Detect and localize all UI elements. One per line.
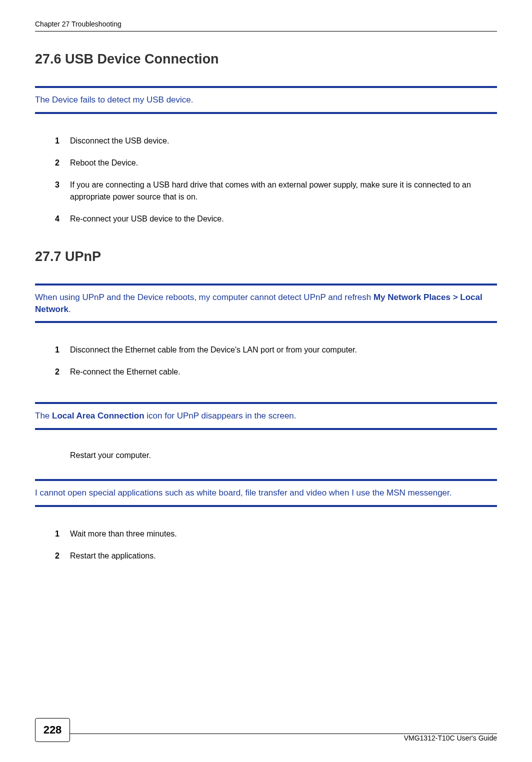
step-text: If you are connecting a USB hard drive t…	[70, 179, 497, 203]
step-item: 4 Re-connect your USB device to the Devi…	[55, 213, 497, 225]
guide-title: VMG1312-T10C User's Guide	[398, 734, 497, 742]
step-item: 1 Disconnect the USB device.	[55, 135, 497, 147]
issue-block-upnp-2: The Local Area Connection icon for UPnP …	[35, 402, 497, 430]
issue-text-usb: The Device fails to detect my USB device…	[35, 94, 497, 106]
issue-text-upnp-3: I cannot open special applications such …	[35, 487, 497, 499]
issue-block-upnp-3: I cannot open special applications such …	[35, 479, 497, 507]
step-number: 1	[55, 135, 70, 147]
step-text: Wait more than three minutes.	[70, 528, 497, 540]
issue-prefix: The	[35, 411, 52, 420]
step-text: Disconnect the Ethernet cable from the D…	[70, 344, 497, 356]
page-footer: 228 VMG1312-T10C User's Guide	[35, 718, 497, 742]
issue-text-upnp-1: When using UPnP and the Device reboots, …	[35, 292, 497, 316]
plain-answer-upnp-2: Restart your computer.	[70, 451, 497, 460]
step-item: 2 Re-connect the Ethernet cable.	[55, 366, 497, 378]
issue-prefix: When using UPnP and the Device reboots, …	[35, 292, 374, 302]
step-number: 2	[55, 157, 70, 169]
section-heading-usb: 27.6 USB Device Connection	[35, 52, 497, 67]
issue-block-upnp-1: When using UPnP and the Device reboots, …	[35, 284, 497, 324]
issue-text-upnp-2: The Local Area Connection icon for UPnP …	[35, 410, 497, 422]
section-heading-upnp: 27.7 UPnP	[35, 249, 497, 264]
step-text: Restart the applications.	[70, 550, 497, 562]
step-text: Re-connect the Ethernet cable.	[70, 366, 497, 378]
chapter-header: Chapter 27 Troubleshooting	[35, 20, 497, 32]
issue-block-usb: The Device fails to detect my USB device…	[35, 86, 497, 114]
step-text: Reboot the Device.	[70, 157, 497, 169]
step-list-usb: 1 Disconnect the USB device. 2 Reboot th…	[55, 135, 497, 225]
step-list-upnp-3: 1 Wait more than three minutes. 2 Restar…	[55, 528, 497, 562]
step-number: 2	[55, 550, 70, 562]
step-number: 2	[55, 366, 70, 378]
step-text: Re-connect your USB device to the Device…	[70, 213, 497, 225]
step-item: 3 If you are connecting a USB hard drive…	[55, 179, 497, 203]
issue-suffix: .	[68, 304, 71, 314]
step-number: 3	[55, 179, 70, 203]
step-number: 1	[55, 528, 70, 540]
issue-bold: Local Area Connection	[52, 411, 144, 420]
step-number: 4	[55, 213, 70, 225]
step-item: 2 Restart the applications.	[55, 550, 497, 562]
page-number: 228	[35, 718, 70, 742]
step-item: 1 Wait more than three minutes.	[55, 528, 497, 540]
step-text: Disconnect the USB device.	[70, 135, 497, 147]
step-item: 2 Reboot the Device.	[55, 157, 497, 169]
step-item: 1 Disconnect the Ethernet cable from the…	[55, 344, 497, 356]
step-list-upnp-1: 1 Disconnect the Ethernet cable from the…	[55, 344, 497, 378]
step-number: 1	[55, 344, 70, 356]
issue-suffix: icon for UPnP disappears in the screen.	[144, 411, 296, 420]
